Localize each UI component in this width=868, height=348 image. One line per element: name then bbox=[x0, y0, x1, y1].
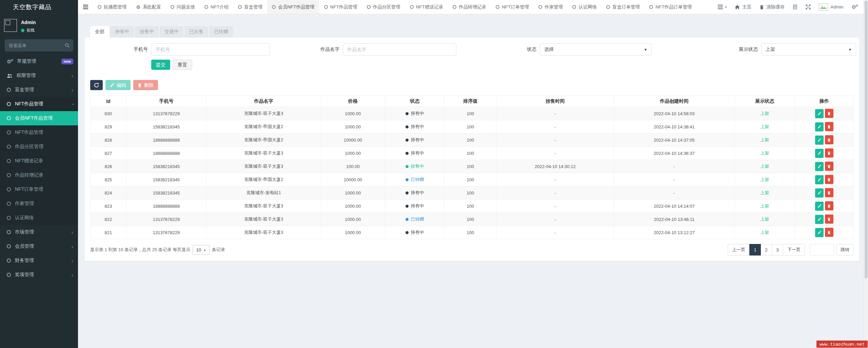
sidebar-search-input[interactable] bbox=[5, 39, 61, 52]
sidebar-item[interactable]: ⚙⚙ 财务管理 ‹ bbox=[0, 253, 78, 268]
status-tab[interactable]: 已出售 bbox=[184, 26, 208, 38]
row-edit-button[interactable] bbox=[815, 175, 824, 184]
display-status-select[interactable]: 上架 ▼ bbox=[761, 43, 856, 56]
sidebar-item[interactable]: ⚙⚙ 认证网络 ‹ bbox=[0, 211, 78, 225]
row-edit-button[interactable] bbox=[815, 202, 824, 211]
status-tab[interactable]: 全部 bbox=[90, 26, 109, 38]
page-number-button[interactable]: 3 bbox=[772, 244, 783, 255]
display-status-link[interactable]: 上架 bbox=[760, 150, 769, 156]
jump-page-input[interactable] bbox=[810, 244, 834, 255]
row-delete-button[interactable] bbox=[825, 214, 833, 224]
document-icon[interactable] bbox=[789, 0, 802, 14]
nav-tab[interactable]: ⚙ 作品转增记录 bbox=[448, 0, 491, 14]
display-status-link[interactable]: 上架 bbox=[760, 111, 769, 116]
row-delete-button[interactable] bbox=[825, 188, 833, 197]
row-edit-button[interactable] bbox=[815, 136, 824, 145]
sidebar-item[interactable]: ⚙⚙ NFT赠送记录 ‹ bbox=[0, 154, 78, 168]
nav-tab[interactable]: ⚙ NFT赠送记录 bbox=[405, 0, 448, 14]
status-tab[interactable]: 挂售中 bbox=[135, 26, 159, 38]
next-page-button[interactable]: 下一页 bbox=[783, 244, 805, 255]
edit-button[interactable]: 编辑 bbox=[105, 80, 131, 90]
search-icon[interactable] bbox=[61, 39, 73, 52]
sidebar-item[interactable]: ⚙⚙ 奖项管理 ‹ bbox=[0, 268, 78, 282]
row-delete-button[interactable] bbox=[825, 228, 833, 237]
nav-tab[interactable]: ⚙ NFT介绍 bbox=[200, 0, 233, 14]
refresh-button[interactable] bbox=[90, 80, 103, 90]
row-edit-button[interactable] bbox=[815, 162, 824, 171]
user-menu[interactable]: Admin bbox=[815, 0, 847, 14]
cell-create-time: - bbox=[614, 173, 735, 186]
row-edit-button[interactable] bbox=[815, 122, 824, 131]
row-edit-button[interactable] bbox=[815, 215, 824, 224]
display-status-link[interactable]: 上架 bbox=[760, 177, 769, 182]
display-status-link[interactable]: 上架 bbox=[760, 124, 769, 129]
nav-tab[interactable]: ⚙ 作品分区管理 bbox=[362, 0, 405, 14]
sidebar-item[interactable]: ⚙⚙ 市场管理 ‹ bbox=[0, 225, 78, 239]
settings-gears-icon[interactable]: ⚙⚙ bbox=[847, 0, 862, 14]
reset-button[interactable]: 重置 bbox=[173, 60, 192, 70]
fullscreen-icon[interactable] bbox=[802, 0, 815, 14]
nav-tab[interactable]: ⚙ 问题反馈 bbox=[166, 0, 200, 14]
sidebar-item[interactable]: ⚙⚙ NFT订单管理 ‹ bbox=[0, 182, 78, 197]
page-size-select[interactable]: 10 ▲ bbox=[193, 245, 209, 255]
sidebar-item[interactable]: ⚙⚙ 权限管理 ‹ bbox=[0, 68, 78, 83]
nav-tab[interactable]: ⚙ 作家管理 bbox=[534, 0, 568, 14]
nav-tab[interactable]: ⚙ NFT作品管理 bbox=[319, 0, 362, 14]
sidebar-item[interactable]: ⚙⚙ 作品分区管理 ‹ bbox=[0, 140, 78, 154]
row-delete-button[interactable] bbox=[825, 122, 833, 131]
sidebar-item[interactable]: ⚙⚙ NFT作品管理 ‹ bbox=[0, 125, 78, 140]
status-select[interactable]: 选择 ▼ bbox=[540, 43, 652, 56]
sidebar-toggle-icon[interactable] bbox=[78, 0, 93, 14]
nav-list-menu[interactable]: ▾ bbox=[714, 0, 731, 14]
nav-tab[interactable]: ⚙ NFT订单管理 bbox=[491, 0, 534, 14]
display-status-link[interactable]: 上架 bbox=[760, 230, 769, 235]
sidebar-item[interactable]: ⚙⚙ 会员NFT作品管理 ‹ bbox=[0, 111, 78, 125]
sidebar-item[interactable]: ⚙⚙ NFT作品管理 ‹ bbox=[0, 97, 78, 111]
row-delete-button[interactable] bbox=[825, 175, 833, 184]
row-edit-button[interactable] bbox=[815, 188, 824, 198]
status-tab[interactable]: 交易中 bbox=[160, 26, 183, 38]
row-delete-button[interactable] bbox=[825, 109, 833, 118]
home-link[interactable]: 主页 bbox=[731, 0, 755, 14]
status-tab[interactable]: 持有中 bbox=[110, 26, 134, 38]
row-delete-button[interactable] bbox=[825, 162, 833, 171]
jump-button[interactable]: 跳转 bbox=[836, 244, 854, 255]
page-number-button[interactable]: 2 bbox=[761, 244, 772, 255]
nav-tab[interactable]: ⚙ NFT作品订单管理 bbox=[645, 0, 696, 14]
nav-tab[interactable]: ⚙ 盲盒订单管理 bbox=[601, 0, 645, 14]
cell-price: 100.00 bbox=[321, 160, 385, 173]
row-edit-button[interactable] bbox=[815, 149, 824, 158]
app-logo[interactable]: 天空数字藏品 bbox=[0, 0, 78, 14]
sidebar-item[interactable]: ⚙⚙ 作家管理 ‹ bbox=[0, 197, 78, 211]
delete-button[interactable]: 删除 bbox=[133, 80, 158, 90]
display-status-link[interactable]: 上架 bbox=[760, 203, 769, 208]
nav-tab[interactable]: ⚙ 系统配置 bbox=[132, 0, 166, 14]
submit-button[interactable]: 提交 bbox=[151, 60, 170, 70]
clear-cache-link[interactable]: 清除缓存 bbox=[755, 0, 789, 14]
display-status-link[interactable]: 上架 bbox=[760, 164, 769, 169]
phone-input[interactable] bbox=[151, 43, 270, 56]
scrollbar-thumb[interactable] bbox=[865, 1, 868, 279]
scrollbar[interactable] bbox=[864, 0, 868, 348]
display-status-link[interactable]: 上架 bbox=[760, 137, 769, 142]
row-delete-button[interactable] bbox=[825, 135, 833, 144]
row-delete-button[interactable] bbox=[825, 201, 833, 210]
sidebar-item[interactable]: ⚙⚙ 会员管理 ‹ bbox=[0, 239, 78, 253]
sidebar-item[interactable]: ⚙⚙ 盲盒管理 ‹ bbox=[0, 83, 78, 97]
status-tab[interactable]: 已转赠 bbox=[209, 26, 233, 38]
work-name-input[interactable] bbox=[343, 43, 456, 56]
cell-phone: 13137678229 bbox=[126, 107, 206, 120]
row-edit-button[interactable] bbox=[815, 109, 824, 118]
nav-tab[interactable]: ⚙ 认证网络 bbox=[568, 0, 601, 14]
page-number-button[interactable]: 1 bbox=[749, 244, 761, 255]
display-status-link[interactable]: 上架 bbox=[760, 190, 769, 195]
sidebar-item[interactable]: ⚙⚙ 作品转增记录 ‹ bbox=[0, 168, 78, 182]
nav-tab[interactable]: ⚙ 盲盒管理 bbox=[233, 0, 267, 14]
nav-tab[interactable]: ⚙ 会员NFT作品管理 bbox=[267, 0, 319, 14]
nav-tab[interactable]: ⚙ 轮播图管理 bbox=[93, 0, 132, 14]
prev-page-button[interactable]: 上一页 bbox=[728, 244, 750, 255]
row-delete-button[interactable] bbox=[825, 148, 833, 158]
sidebar-item[interactable]: ⚙⚙ 常规管理 new ‹ bbox=[0, 54, 78, 68]
row-edit-button[interactable] bbox=[815, 228, 824, 237]
display-status-link[interactable]: 上架 bbox=[760, 217, 769, 222]
